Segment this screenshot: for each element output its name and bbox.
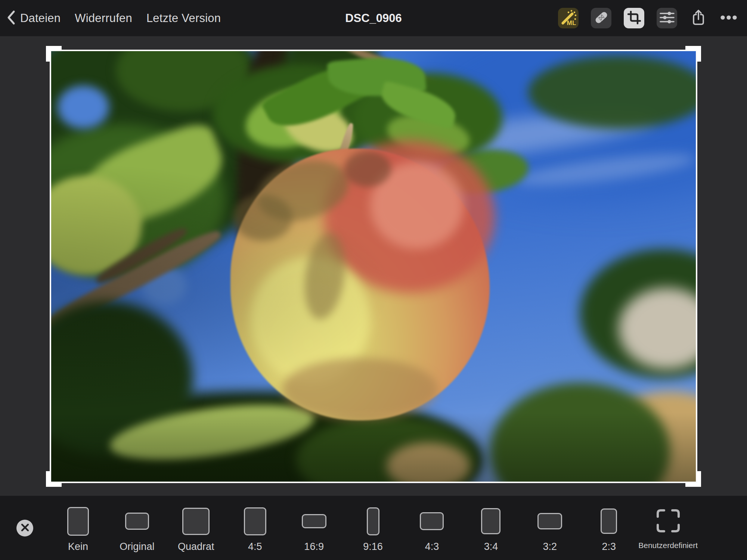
- aspect-option-label: 4:3: [425, 541, 439, 553]
- aspect-option-label: Quadrat: [178, 541, 214, 553]
- nav-left: Dateien Widerrufen Letzte Version: [7, 0, 221, 36]
- nav-right: ML: [558, 0, 738, 36]
- share-icon: [692, 9, 705, 27]
- ellipsis-icon: [720, 15, 737, 21]
- auto-enhance-ml-button[interactable]: ML: [558, 8, 579, 28]
- share-button[interactable]: [689, 8, 707, 28]
- photo-editor-app: Dateien Widerrufen Letzte Version DSC_09…: [0, 0, 747, 560]
- revert-button[interactable]: Letzte Version: [146, 12, 221, 25]
- aspect-option-label: 9:16: [363, 541, 383, 553]
- aspect-ratio-4-5-icon: [244, 507, 266, 535]
- close-button[interactable]: [16, 520, 33, 536]
- aspect-option-4-3[interactable]: 4:3: [403, 496, 462, 560]
- aspect-ratio-3-2-icon: [537, 513, 562, 529]
- aspect-ratio-3-4-icon: [481, 508, 500, 534]
- aspect-option-label: 2:3: [602, 541, 616, 553]
- aspect-option-label: 4:5: [248, 541, 262, 553]
- aspect-ratio-16-9-icon: [302, 514, 326, 528]
- adjustments-button[interactable]: [657, 8, 677, 28]
- aspect-option-9-16[interactable]: 9:16: [344, 496, 403, 560]
- aspect-ratio-4-3-icon: [420, 512, 444, 530]
- aspect-option-quadrat[interactable]: Quadrat: [167, 496, 226, 560]
- aspect-ratio-original-icon: [125, 513, 149, 530]
- aspect-option-label: 16:9: [304, 541, 324, 553]
- aspect-option-label: 3:4: [484, 541, 498, 553]
- undo-button[interactable]: Widerrufen: [75, 12, 132, 25]
- aspect-ratio-square-icon: [182, 508, 210, 535]
- crop-icon: [627, 11, 641, 25]
- back-button-label: Dateien: [20, 12, 61, 25]
- aspect-option-benutzerdefiniert[interactable]: Benutzerdefiniert: [638, 496, 698, 560]
- aspect-option-3-2[interactable]: 3:2: [520, 496, 579, 560]
- back-button[interactable]: Dateien: [7, 10, 61, 27]
- ml-badge: ML: [567, 19, 576, 27]
- top-toolbar: Dateien Widerrufen Letzte Version DSC_09…: [0, 0, 747, 36]
- aspect-ratio-2-3-icon: [601, 508, 617, 534]
- aspect-option-label: Benutzerdefiniert: [638, 541, 698, 550]
- aspect-option-label: Kein: [68, 541, 88, 553]
- aspect-option-label: 3:2: [543, 541, 557, 553]
- aspect-ratio-9-16-icon: [367, 507, 379, 535]
- chevron-left-icon: [7, 10, 16, 27]
- x-icon: [21, 523, 30, 533]
- photo-crop-area[interactable]: [51, 51, 696, 482]
- aspect-ratio-none-icon: [67, 507, 89, 536]
- aspect-option-kein[interactable]: Kein: [49, 496, 108, 560]
- more-button[interactable]: [720, 8, 738, 28]
- bandage-icon: [594, 10, 609, 26]
- corner-brackets-icon: [656, 508, 681, 534]
- aspect-ratio-bar: Kein Original Quadrat 4:5 16:9 9:16: [0, 496, 747, 560]
- sliders-icon: [660, 11, 675, 25]
- aspect-option-4-5[interactable]: 4:5: [226, 496, 285, 560]
- aspect-option-3-4[interactable]: 3:4: [461, 496, 520, 560]
- aspect-option-original[interactable]: Original: [108, 496, 167, 560]
- aspect-option-16-9[interactable]: 16:9: [285, 496, 344, 560]
- crop-button[interactable]: [624, 8, 644, 28]
- retouch-button[interactable]: [591, 8, 611, 28]
- crop-canvas: [0, 36, 747, 496]
- aspect-option-2-3[interactable]: 2:3: [579, 496, 638, 560]
- aspect-option-label: Original: [120, 541, 154, 553]
- aspect-options: Kein Original Quadrat 4:5 16:9 9:16: [49, 496, 698, 560]
